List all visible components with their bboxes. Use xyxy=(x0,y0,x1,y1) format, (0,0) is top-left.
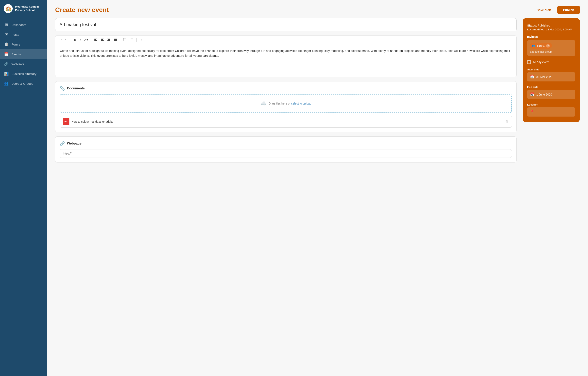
svg-rect-25 xyxy=(131,40,133,40)
svg-rect-6 xyxy=(101,40,104,41)
main-area: Create new event Save draft Publish ↩ ↪ … xyxy=(47,0,588,376)
sidebar-item-dashboard[interactable]: ⊞ Dashboard xyxy=(0,20,47,30)
align-right-button[interactable] xyxy=(106,37,112,42)
svg-rect-9 xyxy=(108,39,110,40)
redo-button[interactable]: ↪ xyxy=(64,37,69,42)
svg-rect-21 xyxy=(124,41,126,41)
sidebar-item-label: Business directory xyxy=(11,72,37,75)
file-delete-button[interactable]: 🗑 xyxy=(505,120,509,124)
italic-button[interactable]: I xyxy=(78,37,82,42)
file-item-left: PDF How to colour mandala for adults xyxy=(63,118,113,125)
svg-rect-0 xyxy=(94,39,97,39)
sidebar-nav: ⊞ Dashboard ✉ Posts 📋 Forms 📅 Events 🔗 W… xyxy=(0,17,47,91)
svg-rect-5 xyxy=(101,39,103,40)
align-center-button[interactable] xyxy=(99,37,105,42)
sidebar-item-business-directory[interactable]: 📊 Business directory xyxy=(0,69,47,79)
calendar-icon: 📅 xyxy=(530,75,534,79)
svg-rect-14 xyxy=(114,40,117,41)
sidebar-item-label: Forms xyxy=(11,43,20,46)
svg-rect-8 xyxy=(107,39,110,39)
svg-rect-13 xyxy=(114,39,117,40)
end-date-field[interactable]: 📅 1 June 2020 xyxy=(527,90,575,99)
select-upload-link[interactable]: select to upload xyxy=(291,102,311,105)
sidebar-item-events[interactable]: 📅 Events xyxy=(0,49,47,59)
location-field[interactable]: 📍 xyxy=(527,107,575,116)
svg-rect-2 xyxy=(94,40,97,41)
link-icon: 🔗 xyxy=(60,141,65,146)
svg-rect-11 xyxy=(109,41,110,41)
sidebar-item-label: Events xyxy=(11,52,21,56)
file-item: PDF How to colour mandala for adults 🗑 xyxy=(60,116,512,128)
sidebar-logo-text: Mountlake Catholic Primary School xyxy=(15,5,43,12)
right-panel: Status: Published Last modified: 12 Mar … xyxy=(523,18,580,122)
webpage-title: 🔗 Webpage xyxy=(60,141,512,146)
editor-toolbar: ↩ ↪ B I A ▾ xyxy=(55,35,516,44)
location-label: Location xyxy=(527,103,575,106)
end-date-block: End date 📅 1 June 2020 xyxy=(527,85,575,99)
location-block: Location 📍 xyxy=(527,103,575,116)
location-icon: 📍 xyxy=(530,110,534,114)
documents-title: 📎 Documents xyxy=(60,86,512,91)
invitees-label: Invitees xyxy=(527,35,575,38)
svg-rect-19 xyxy=(124,40,126,40)
all-day-row: All day event xyxy=(527,60,575,64)
save-draft-button[interactable]: Save draft xyxy=(534,7,554,13)
indent-button[interactable]: ⇥ xyxy=(138,37,144,42)
weblinks-icon: 🔗 xyxy=(4,62,9,66)
editor-container: ↩ ↪ B I A ▾ xyxy=(55,35,516,77)
undo-button[interactable]: ↩ xyxy=(58,37,63,42)
svg-rect-10 xyxy=(107,40,110,41)
drop-zone-text: Drag files here or select to upload xyxy=(268,102,311,105)
end-date-label: End date xyxy=(527,85,575,89)
drop-zone[interactable]: ☁️ Drag files here or select to upload xyxy=(60,94,512,113)
svg-rect-12 xyxy=(114,39,117,39)
invitee-name: Year 1 xyxy=(537,44,545,47)
sidebar: 🏫 Mountlake Catholic Primary School ⊞ Da… xyxy=(0,0,47,376)
all-day-label: All day event xyxy=(533,60,549,64)
invitee-group-icon: 👥 xyxy=(532,44,535,47)
numbered-list-button[interactable]: 1.2.3. xyxy=(129,37,135,42)
sidebar-logo: 🏫 Mountlake Catholic Primary School xyxy=(0,0,47,17)
toolbar-separator-2 xyxy=(91,38,91,42)
sidebar-item-users-groups[interactable]: 👥 Users & Groups xyxy=(0,79,47,88)
webpage-label: Webpage xyxy=(67,142,82,145)
svg-rect-4 xyxy=(101,39,104,39)
editor-body[interactable]: Come and join us for a delightful art-ma… xyxy=(55,44,516,77)
calendar-icon-2: 📅 xyxy=(530,92,534,96)
align-justify-button[interactable] xyxy=(113,37,118,42)
add-another-group[interactable]: add another group xyxy=(530,50,572,53)
events-icon: 📅 xyxy=(4,52,9,56)
all-day-checkbox[interactable] xyxy=(527,60,531,64)
panel-status: Status: Published xyxy=(527,24,575,27)
posts-icon: ✉ xyxy=(4,32,9,37)
start-date-value: 31 Mar 2020 xyxy=(536,75,572,79)
svg-point-16 xyxy=(123,39,124,39)
sidebar-item-posts[interactable]: ✉ Posts xyxy=(0,30,47,39)
bullet-list-button[interactable] xyxy=(122,37,128,42)
start-date-field[interactable]: 📅 31 Mar 2020 xyxy=(527,72,575,82)
file-name: How to colour mandala for adults xyxy=(72,120,113,123)
documents-section: 📎 Documents ☁️ Drag files here or select… xyxy=(55,81,516,132)
page-header: Create new event Save draft Publish xyxy=(47,0,588,18)
toolbar-separator-3 xyxy=(120,38,120,42)
bold-button[interactable]: B xyxy=(73,37,78,42)
panel-invitees-block: Invitees 👥 Year 1 ✕ add another group xyxy=(527,35,575,56)
publish-button[interactable]: Publish xyxy=(557,6,580,14)
align-left-button[interactable] xyxy=(93,37,99,42)
pdf-icon: PDF xyxy=(63,118,69,125)
header-actions: Save draft Publish xyxy=(534,6,580,14)
toolbar-separator xyxy=(71,38,71,42)
business-directory-icon: 📊 xyxy=(4,72,9,76)
logo-icon: 🏫 xyxy=(4,4,13,13)
url-input[interactable] xyxy=(60,149,512,158)
documents-label: Documents xyxy=(67,86,85,90)
svg-rect-1 xyxy=(94,39,96,40)
underline-color-button[interactable]: A ▾ xyxy=(83,37,89,42)
invitee-tag: 👥 Year 1 ✕ xyxy=(530,43,552,49)
invitee-remove-button[interactable]: ✕ xyxy=(546,44,550,48)
sidebar-item-weblinks[interactable]: 🔗 Weblinks xyxy=(0,59,47,69)
end-date-value: 1 June 2020 xyxy=(536,93,572,96)
start-date-label: Start date xyxy=(527,68,575,71)
event-title-input[interactable] xyxy=(55,18,516,31)
sidebar-item-forms[interactable]: 📋 Forms xyxy=(0,39,47,49)
